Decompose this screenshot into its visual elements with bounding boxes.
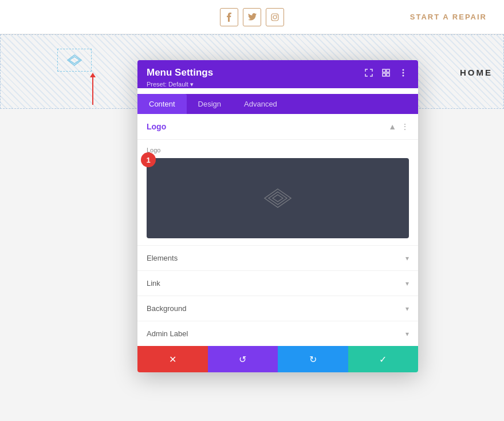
logo-section-title: Logo (147, 122, 166, 131)
logo-upload-section: Logo 1 (137, 140, 418, 245)
twitter-icon[interactable] (243, 8, 261, 26)
elements-label: Elements (147, 254, 178, 262)
modal-preset[interactable]: Preset: Default ▾ (147, 81, 409, 88)
modal-tabs: Content Design Advanced (137, 94, 418, 114)
save-button[interactable]: ✓ (348, 346, 419, 372)
top-bar: START A REPAIR (0, 0, 504, 34)
tab-design[interactable]: Design (187, 94, 233, 114)
instagram-icon[interactable] (266, 8, 284, 26)
menu-settings-modal: Menu Settings (137, 60, 418, 372)
social-icons-group (220, 8, 284, 26)
undo-button[interactable]: ↺ (208, 346, 278, 372)
logo-upload-area[interactable]: 1 (147, 158, 409, 238)
divi-logo-icon (64, 54, 85, 66)
modal-title: Menu Settings (147, 67, 213, 78)
cancel-button[interactable]: ✕ (137, 346, 208, 372)
redo-button[interactable]: ↻ (278, 346, 348, 372)
logo-section-header: Logo ▲ ⋮ (137, 114, 418, 140)
admin-label-chevron-icon: ▾ (405, 330, 409, 338)
logo-icon-area (57, 49, 92, 72)
link-label: Link (147, 279, 160, 288)
svg-rect-8 (387, 73, 389, 76)
svg-rect-6 (387, 69, 389, 72)
svg-rect-7 (383, 73, 385, 76)
svg-rect-0 (271, 14, 278, 21)
logo-field-label: Logo (147, 147, 409, 154)
modal-footer: ✕ ↺ ↻ ✓ (137, 346, 418, 372)
link-accordion[interactable]: Link ▾ (137, 270, 418, 296)
modal-header-icons (363, 67, 409, 78)
divi-diamond-icon (261, 187, 295, 209)
background-chevron-icon: ▾ (405, 305, 409, 313)
tab-content[interactable]: Content (137, 94, 187, 114)
svg-point-1 (273, 15, 277, 19)
section-more-icon[interactable]: ⋮ (401, 122, 409, 131)
repair-button[interactable]: START A REPAIR (410, 13, 487, 21)
svg-marker-14 (273, 195, 283, 202)
svg-point-9 (403, 69, 404, 71)
home-nav-label: HOME (460, 68, 493, 77)
tab-advanced[interactable]: Advanced (233, 94, 289, 114)
elements-accordion[interactable]: Elements ▾ (137, 245, 418, 270)
link-chevron-icon: ▾ (405, 280, 409, 288)
admin-label-accordion[interactable]: Admin Label ▾ (137, 321, 418, 346)
fullscreen-icon[interactable] (363, 67, 375, 78)
background-label: Background (147, 304, 186, 313)
facebook-icon[interactable] (220, 8, 238, 26)
modal-header: Menu Settings (137, 60, 418, 88)
background-accordion[interactable]: Background ▾ (137, 296, 418, 321)
admin-label-label: Admin Label (147, 329, 188, 338)
svg-rect-5 (383, 69, 385, 72)
svg-point-2 (277, 14, 278, 15)
grid-icon[interactable] (380, 67, 392, 78)
arrow-indicator (90, 73, 96, 105)
section-header-icons: ▲ ⋮ (388, 122, 409, 131)
elements-chevron-icon: ▾ (405, 254, 409, 262)
svg-point-10 (403, 72, 404, 74)
svg-point-11 (403, 75, 404, 77)
more-options-icon[interactable] (397, 67, 409, 78)
modal-title-row: Menu Settings (147, 67, 409, 78)
collapse-icon[interactable]: ▲ (388, 122, 396, 131)
upload-badge: 1 (141, 152, 156, 167)
modal-body: Logo ▲ ⋮ Logo 1 Elements ▾ (137, 114, 418, 346)
